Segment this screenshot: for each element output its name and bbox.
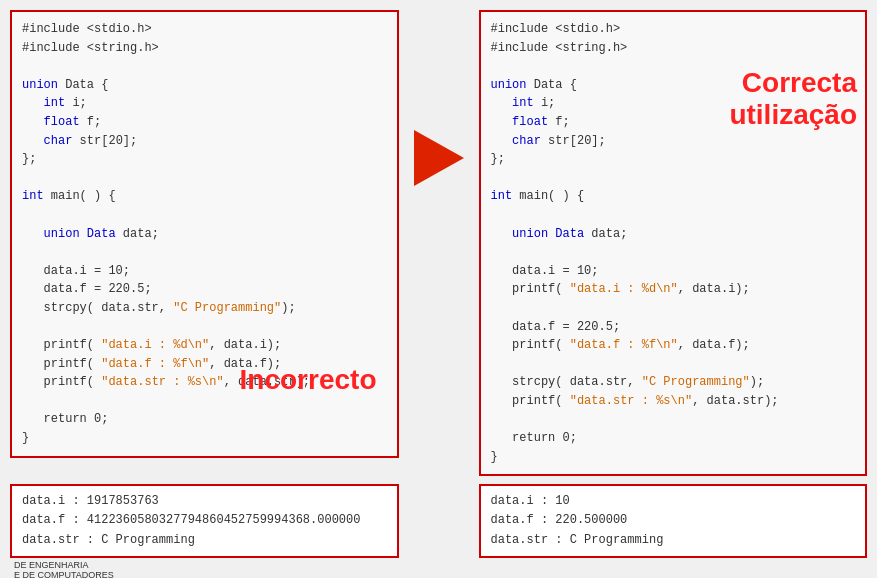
code-line xyxy=(491,299,856,318)
output-line: data.f : 220.500000 xyxy=(491,511,856,530)
code-line: } xyxy=(491,448,856,467)
code-line xyxy=(22,169,387,188)
code-line: data.i = 10; xyxy=(491,262,856,281)
code-line xyxy=(491,206,856,225)
code-line: data.i = 10; xyxy=(22,262,387,281)
output-line: data.str : C Programming xyxy=(22,531,387,550)
main-comparison-row: #include <stdio.h> #include <string.h> u… xyxy=(10,10,867,476)
code-line xyxy=(491,355,856,374)
output-line: data.i : 1917853763 xyxy=(22,492,387,511)
code-line: printf( "data.str : %s\n", data.str); xyxy=(491,392,856,411)
footer-label: DE ENGENHARIA E DE COMPUTADORES xyxy=(10,560,867,578)
code-line xyxy=(491,410,856,429)
code-line: #include <string.h> xyxy=(22,39,387,58)
code-line: #include <stdio.h> xyxy=(22,20,387,39)
output-line: data.i : 10 xyxy=(491,492,856,511)
right-arrow-icon xyxy=(414,130,464,186)
code-line: char str[20]; xyxy=(22,132,387,151)
code-line: union Data data; xyxy=(22,225,387,244)
code-line: #include <string.h> xyxy=(491,39,856,58)
code-line: data.f = 220.5; xyxy=(22,280,387,299)
code-line: strcpy( data.str, "C Programming"); xyxy=(491,373,856,392)
output-line: data.str : C Programming xyxy=(491,531,856,550)
correct-label: Correcta utilização xyxy=(729,67,857,131)
code-line xyxy=(22,57,387,76)
code-line: printf( "data.i : %d\n", data.i); xyxy=(22,336,387,355)
code-line: return 0; xyxy=(22,410,387,429)
code-line xyxy=(22,206,387,225)
output-spacer xyxy=(409,484,469,558)
code-line xyxy=(491,243,856,262)
code-line: union Data { xyxy=(22,76,387,95)
arrow-container xyxy=(409,10,469,186)
code-line xyxy=(491,169,856,188)
right-output-box: data.i : 10 data.f : 220.500000 data.str… xyxy=(479,484,868,558)
left-output-box: data.i : 1917853763 data.f : 41223605803… xyxy=(10,484,399,558)
output-row: data.i : 1917853763 data.f : 41223605803… xyxy=(10,484,867,558)
code-line: int main( ) { xyxy=(491,187,856,206)
right-code-panel: #include <stdio.h> #include <string.h> u… xyxy=(479,10,868,476)
code-line: return 0; xyxy=(491,429,856,448)
code-line: int main( ) { xyxy=(22,187,387,206)
code-line: float f; xyxy=(22,113,387,132)
code-line: #include <stdio.h> xyxy=(491,20,856,39)
code-line: char str[20]; xyxy=(491,132,856,151)
code-line: printf( "data.i : %d\n", data.i); xyxy=(491,280,856,299)
code-line: strcpy( data.str, "C Programming"); xyxy=(22,299,387,318)
code-line: int i; xyxy=(22,94,387,113)
code-line: }; xyxy=(22,150,387,169)
code-line xyxy=(22,318,387,337)
code-line: }; xyxy=(491,150,856,169)
code-line xyxy=(22,243,387,262)
output-line: data.f : 4122360580327794860452759994368… xyxy=(22,511,387,530)
code-line: } xyxy=(22,429,387,448)
code-line: union Data data; xyxy=(491,225,856,244)
left-code-panel: #include <stdio.h> #include <string.h> u… xyxy=(10,10,399,458)
code-line: data.f = 220.5; xyxy=(491,318,856,337)
code-line: printf( "data.f : %f\n", data.f); xyxy=(491,336,856,355)
incorrect-label: Incorrecto xyxy=(240,364,377,396)
